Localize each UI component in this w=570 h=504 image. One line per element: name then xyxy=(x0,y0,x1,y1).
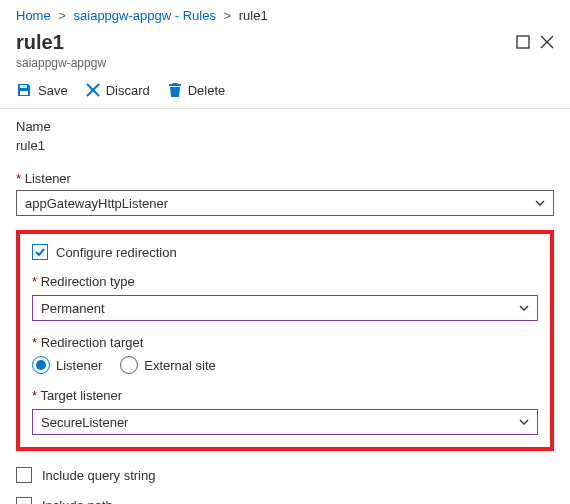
include-query-string-label: Include query string xyxy=(42,468,155,483)
include-path-label: Include path xyxy=(42,498,113,505)
highlight-box: Configure redirection Redirection type P… xyxy=(16,230,554,451)
delete-label: Delete xyxy=(188,83,226,98)
breadcrumb-current: rule1 xyxy=(239,8,268,23)
redirection-type-value: Permanent xyxy=(41,301,105,316)
include-path-checkbox[interactable] xyxy=(16,497,32,504)
toolbar: Save Discard Delete xyxy=(0,78,570,108)
listener-label: Listener xyxy=(16,171,554,186)
delete-button[interactable]: Delete xyxy=(168,82,226,98)
include-query-string-row[interactable]: Include query string xyxy=(0,463,570,493)
target-listener-radio[interactable]: Listener xyxy=(32,356,102,374)
discard-icon xyxy=(86,83,100,97)
target-external-option-label: External site xyxy=(144,358,216,373)
breadcrumb-home[interactable]: Home xyxy=(16,8,51,23)
save-button[interactable]: Save xyxy=(16,82,68,98)
target-listener-option-label: Listener xyxy=(56,358,102,373)
redirection-type-select[interactable]: Permanent xyxy=(32,295,538,321)
redirection-target-radios: Listener External site xyxy=(32,356,538,374)
radio-off-icon xyxy=(120,356,138,374)
chevron-down-icon xyxy=(535,198,545,208)
discard-button[interactable]: Discard xyxy=(86,83,150,98)
target-listener-value: SecureListener xyxy=(41,415,128,430)
save-icon xyxy=(16,82,32,98)
redirection-type-label: Redirection type xyxy=(32,274,538,289)
listener-select-value: appGatewayHttpListener xyxy=(25,196,168,211)
include-path-row[interactable]: Include path xyxy=(0,493,570,504)
radio-on-icon xyxy=(32,356,50,374)
configure-redirection-label: Configure redirection xyxy=(56,245,177,260)
chevron-down-icon xyxy=(519,303,529,313)
maximize-icon[interactable] xyxy=(516,35,530,49)
breadcrumb: Home > saiappgw-appgw - Rules > rule1 xyxy=(0,0,570,29)
page-title: rule1 xyxy=(16,31,106,54)
page-subtitle: saiappgw-appgw xyxy=(16,56,106,70)
target-listener-select[interactable]: SecureListener xyxy=(32,409,538,435)
name-value: rule1 xyxy=(16,138,554,153)
include-query-string-checkbox[interactable] xyxy=(16,467,32,483)
target-external-radio[interactable]: External site xyxy=(120,356,216,374)
listener-select[interactable]: appGatewayHttpListener xyxy=(16,190,554,216)
chevron-down-icon xyxy=(519,417,529,427)
divider xyxy=(0,108,570,109)
target-listener-label: Target listener xyxy=(32,388,538,403)
form: Name rule1 Listener appGatewayHttpListen… xyxy=(0,119,570,451)
delete-icon xyxy=(168,82,182,98)
svg-rect-0 xyxy=(517,36,529,48)
breadcrumb-sep: > xyxy=(58,8,66,23)
breadcrumb-mid[interactable]: saiappgw-appgw - Rules xyxy=(74,8,216,23)
configure-redirection-row[interactable]: Configure redirection xyxy=(32,244,538,260)
redirection-target-label: Redirection target xyxy=(32,335,538,350)
page-header: rule1 saiappgw-appgw xyxy=(0,29,570,78)
check-icon xyxy=(34,246,46,258)
close-icon[interactable] xyxy=(540,35,554,49)
breadcrumb-sep: > xyxy=(224,8,232,23)
name-label: Name xyxy=(16,119,554,134)
configure-redirection-checkbox[interactable] xyxy=(32,244,48,260)
discard-label: Discard xyxy=(106,83,150,98)
save-label: Save xyxy=(38,83,68,98)
